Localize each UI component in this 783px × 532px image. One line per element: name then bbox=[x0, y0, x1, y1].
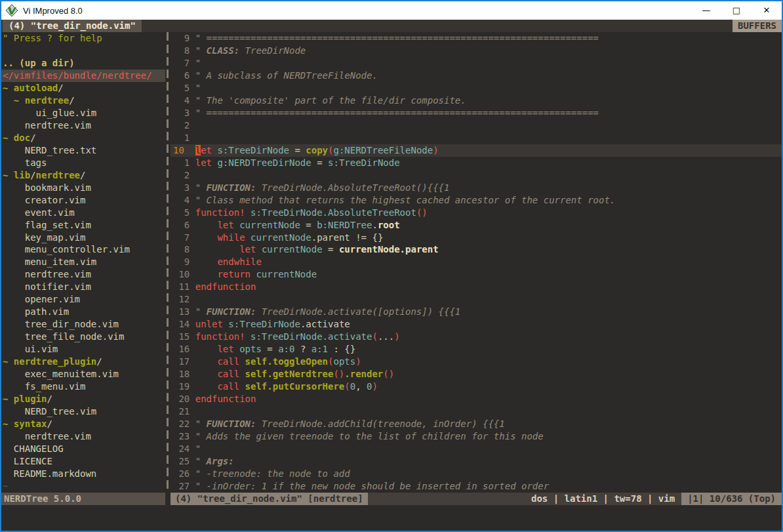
tree-item[interactable]: ~ plugin/ bbox=[1, 393, 165, 405]
tree-item[interactable]: tree_file_node.vim bbox=[1, 331, 165, 343]
code-line[interactable]: 2 bbox=[171, 169, 782, 182]
code-line[interactable]: 1let g:NERDTreeDirNode = s:TreeDirNode bbox=[171, 157, 782, 169]
syntax-span: currentNode bbox=[251, 232, 311, 243]
code-line[interactable]: 15function! s:TreeDirNode.activate(...) bbox=[171, 331, 782, 343]
tree-root-path[interactable]: </vimfiles/bundle/nerdtree/ bbox=[1, 70, 165, 82]
code-line[interactable]: 12 bbox=[171, 293, 782, 306]
tree-item[interactable] bbox=[1, 45, 165, 57]
code-line[interactable]: 18 call self.getNerdtree().render() bbox=[171, 368, 782, 380]
tree-item[interactable]: " Press ? for help bbox=[1, 32, 165, 45]
tree-item[interactable]: ~ bbox=[1, 480, 165, 493]
tree-item[interactable]: ~ doc/ bbox=[1, 132, 165, 144]
code-line[interactable]: 21 bbox=[171, 405, 782, 418]
tree-item[interactable]: README.markdown bbox=[1, 468, 165, 480]
tree-item[interactable]: flag_set.vim bbox=[1, 219, 165, 232]
code-line[interactable]: 1 bbox=[171, 132, 782, 144]
code-line[interactable]: 8" CLASS: TreeDirNode bbox=[171, 45, 782, 57]
code-line[interactable]: 5" bbox=[171, 82, 782, 94]
code-line[interactable]: 5function! s:TreeDirNode.AbsoluteTreeRoo… bbox=[171, 207, 782, 219]
tree-item[interactable]: exec_menuitem.vim bbox=[1, 368, 165, 380]
code-line[interactable]: 7" bbox=[171, 57, 782, 70]
tree-item[interactable]: ~ syntax/ bbox=[1, 418, 165, 430]
syntax-span: .. (up a dir) bbox=[3, 58, 75, 68]
code-line[interactable]: 4" The 'composite' part of the file/dir … bbox=[171, 94, 782, 107]
syntax-span: endwhile bbox=[217, 256, 261, 267]
maximize-button[interactable]: □ bbox=[721, 1, 752, 20]
tree-item[interactable]: tags bbox=[1, 157, 165, 169]
code-line[interactable]: 10 return currentNode bbox=[171, 268, 782, 281]
tree-item[interactable]: nerdtree.vim bbox=[1, 430, 165, 443]
code-line[interactable]: 27" -inOrder: 1 if the new node should b… bbox=[171, 480, 782, 493]
tree-item[interactable]: bookmark.vim bbox=[1, 182, 165, 194]
tree-item[interactable]: tree_dir_node.vim bbox=[1, 318, 165, 331]
code-line[interactable]: 25" Args: bbox=[171, 455, 782, 468]
syntax-span: NERD_tree.txt bbox=[3, 145, 96, 155]
code-line[interactable]: 2 bbox=[171, 119, 782, 132]
code-line[interactable]: 19 call self.putCursorHere(0, 0) bbox=[171, 380, 782, 393]
tree-item[interactable]: NERD_tree.txt bbox=[1, 144, 165, 157]
code-line[interactable]: 4" Class method that returns the highest… bbox=[171, 194, 782, 207]
code-line[interactable]: 24" bbox=[171, 443, 782, 455]
code-line[interactable]: 3" FUNCTION: TreeDirNode.AbsoluteTreeRoo… bbox=[171, 182, 782, 194]
code-line[interactable]: 6 let currentNode = b:NERDTree.root bbox=[171, 219, 782, 232]
syntax-span: " Class method that returns the highest … bbox=[195, 195, 616, 205]
code-line[interactable]: 14unlet s:TreeDirNode.activate bbox=[171, 318, 782, 331]
code-text: call self.putCursorHere(0, 0) bbox=[195, 380, 378, 393]
code-line[interactable]: 26" -treenode: the node to add bbox=[171, 468, 782, 480]
code-text: " Adds the given treenode to the list of… bbox=[195, 430, 544, 443]
tree-item[interactable]: event.vim bbox=[1, 207, 165, 219]
syntax-span: s:TreeDirNode.AbsoluteTreeRoot bbox=[251, 207, 416, 218]
tree-item[interactable]: menu_controller.vim bbox=[1, 243, 165, 256]
tree-item[interactable]: .. (up a dir) bbox=[1, 57, 165, 70]
minimize-button[interactable]: — bbox=[691, 1, 721, 20]
code-line[interactable]: 6" A subclass of NERDTreeFileNode. bbox=[171, 70, 782, 82]
window-separator[interactable] bbox=[165, 32, 171, 493]
code-text: " ======================================… bbox=[195, 32, 599, 45]
syntax-span: TreeDirNode.activate([options]) {{{1 bbox=[256, 306, 460, 317]
tree-item[interactable]: ~ lib/nerdtree/ bbox=[1, 169, 165, 182]
tree-item[interactable]: ~ nerdtree_plugin/ bbox=[1, 356, 165, 368]
tree-item[interactable]: LICENCE bbox=[1, 455, 165, 468]
code-line[interactable]: 20endfunction bbox=[171, 393, 782, 405]
code-line-current[interactable]: 10let s:TreeDirNode = copy(g:NERDTreeFil… bbox=[171, 144, 782, 157]
line-number: 27 bbox=[171, 480, 195, 493]
tree-item[interactable]: ui.vim bbox=[1, 343, 165, 356]
tree-item[interactable]: NERD_tree.vim bbox=[1, 405, 165, 418]
code-line[interactable]: 13" FUNCTION: TreeDirNode.activate([opti… bbox=[171, 306, 782, 318]
line-number: 10 bbox=[171, 144, 195, 157]
tree-item[interactable]: ~ nerdtree/ bbox=[1, 94, 165, 107]
tree-item[interactable]: path.vim bbox=[1, 306, 165, 318]
tree-item[interactable]: nerdtree.vim bbox=[1, 268, 165, 281]
syntax-span: s:TreeDirNode bbox=[228, 319, 300, 329]
syntax-span: : {} bbox=[328, 344, 355, 354]
code-line[interactable]: 9 endwhile bbox=[171, 256, 782, 268]
code-line[interactable]: 23" Adds the given treenode to the list … bbox=[171, 430, 782, 443]
statusline-fill bbox=[368, 493, 531, 505]
syntax-span: nerdtree.vim bbox=[3, 431, 91, 441]
line-number: 1 bbox=[171, 157, 195, 169]
code-line[interactable]: 22" FUNCTION: TreeDirNode.addChild(treen… bbox=[171, 418, 782, 430]
code-line[interactable]: 11endfunction bbox=[171, 281, 782, 293]
tree-item[interactable]: nerdtree.vim bbox=[1, 119, 165, 132]
code-line[interactable]: 16 let opts = a:0 ? a:1 : {} bbox=[171, 343, 782, 356]
code-line[interactable]: 9" =====================================… bbox=[171, 32, 782, 45]
tree-item[interactable]: menu_item.vim bbox=[1, 256, 165, 268]
tree-item[interactable]: fs_menu.vim bbox=[1, 380, 165, 393]
tree-item[interactable]: opener.vim bbox=[1, 293, 165, 306]
code-line[interactable]: 17 call self.toggleOpen(opts) bbox=[171, 356, 782, 368]
syntax-span: nerdtree.vim bbox=[3, 269, 91, 279]
syntax-span bbox=[245, 207, 251, 218]
active-tab[interactable]: (4) "tree_dir_node.vim" bbox=[3, 20, 142, 32]
tree-item[interactable]: key_map.vim bbox=[1, 232, 165, 244]
tree-item[interactable]: CHANGELOG bbox=[1, 443, 165, 455]
command-line[interactable] bbox=[1, 505, 782, 531]
code-line[interactable]: 8 let currentNode = currentNode.parent bbox=[171, 243, 782, 256]
tree-item[interactable]: notifier.vim bbox=[1, 281, 165, 293]
code-line[interactable]: 7 while currentNode.parent != {} bbox=[171, 232, 782, 244]
tree-item[interactable]: creator.vim bbox=[1, 194, 165, 207]
tree-item[interactable]: ~ autoload/ bbox=[1, 82, 165, 94]
code-line[interactable]: 3" =====================================… bbox=[171, 107, 782, 119]
syntax-span bbox=[239, 356, 245, 367]
tree-item[interactable]: ui_glue.vim bbox=[1, 107, 165, 119]
close-button[interactable]: ✕ bbox=[752, 1, 782, 20]
